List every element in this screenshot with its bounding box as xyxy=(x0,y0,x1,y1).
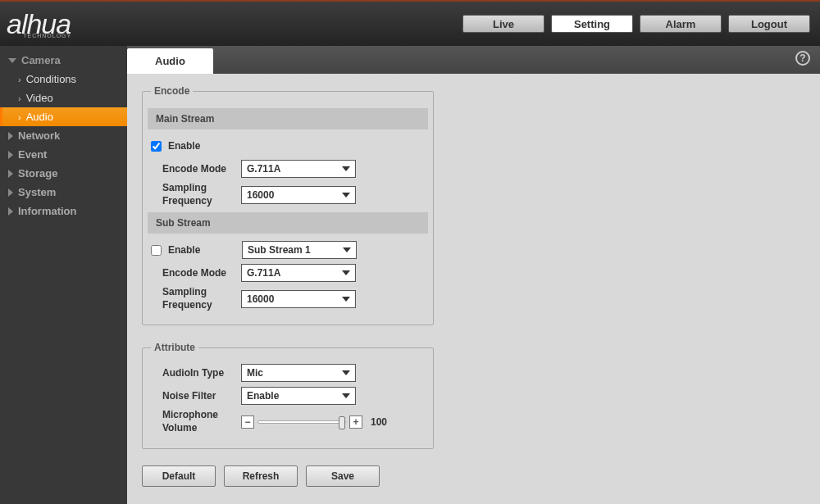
main-stream-header: Main Stream xyxy=(148,108,428,129)
sidebar-item-label: Audio xyxy=(26,111,53,123)
volume-minus-button[interactable]: − xyxy=(241,415,254,429)
sidebar: Camera › Conditions › Video › Audio Netw… xyxy=(0,46,127,504)
dropdown-icon xyxy=(342,297,350,302)
chevron-right-icon: › xyxy=(18,112,21,122)
noise-filter-label: Noise Filter xyxy=(151,390,241,402)
sidebar-group-system[interactable]: System xyxy=(0,183,127,202)
select-value: G.711A xyxy=(247,267,280,279)
sidebar-label-event: Event xyxy=(18,148,47,161)
caret-down-icon xyxy=(8,58,16,63)
dropdown-icon xyxy=(342,270,350,275)
select-value: Mic xyxy=(247,367,263,379)
select-value: Enable xyxy=(247,390,279,402)
sidebar-group-event[interactable]: Event xyxy=(0,145,127,164)
sidebar-label-network: Network xyxy=(18,129,60,142)
sidebar-item-label: Video xyxy=(26,92,53,104)
main-encode-mode-select[interactable]: G.711A xyxy=(241,160,356,178)
brand-sub: TECHNOLOGY xyxy=(23,33,71,39)
select-value: 16000 xyxy=(247,293,274,305)
caret-right-icon xyxy=(8,132,13,140)
sidebar-item-conditions[interactable]: › Conditions xyxy=(0,70,127,89)
help-icon[interactable]: ? xyxy=(795,51,810,66)
audioin-label: AudioIn Type xyxy=(151,367,241,379)
volume-plus-button[interactable]: + xyxy=(349,415,362,429)
top-nav: Live Setting Alarm Logout xyxy=(462,15,810,33)
dropdown-icon xyxy=(342,166,350,171)
sidebar-label-camera: Camera xyxy=(21,54,61,66)
chevron-right-icon: › xyxy=(18,75,21,84)
main-enable-checkbox[interactable] xyxy=(151,141,162,152)
sidebar-item-video[interactable]: › Video xyxy=(0,89,127,107)
sidebar-label-storage: Storage xyxy=(18,167,57,179)
sub-encode-mode-label: Encode Mode xyxy=(151,267,241,279)
chevron-right-icon: › xyxy=(18,93,21,103)
nav-setting[interactable]: Setting xyxy=(551,15,633,33)
sub-enable-checkbox[interactable] xyxy=(151,245,162,256)
sidebar-label-information: Information xyxy=(18,205,77,217)
select-value: G.711A xyxy=(247,163,280,175)
select-value: 16000 xyxy=(247,189,274,201)
refresh-button[interactable]: Refresh xyxy=(224,465,298,487)
caret-right-icon xyxy=(8,170,13,178)
sidebar-group-information[interactable]: Information xyxy=(0,202,127,220)
noise-filter-select[interactable]: Enable xyxy=(241,387,356,405)
attribute-legend: Attribute xyxy=(151,342,198,353)
nav-alarm[interactable]: Alarm xyxy=(640,15,722,33)
dropdown-icon xyxy=(342,393,350,398)
main-sampling-select[interactable]: 16000 xyxy=(241,186,356,204)
volume-value: 100 xyxy=(371,416,387,428)
sub-encode-mode-select[interactable]: G.711A xyxy=(241,264,356,282)
save-button[interactable]: Save xyxy=(306,465,380,487)
sub-stream-header: Sub Stream xyxy=(148,212,428,234)
main-enable-label: Enable xyxy=(168,140,200,152)
sidebar-label-system: System xyxy=(18,186,56,198)
audioin-select[interactable]: Mic xyxy=(241,364,356,382)
nav-live[interactable]: Live xyxy=(462,15,544,33)
attribute-panel: Attribute AudioIn Type Mic Noise Filter … xyxy=(142,342,434,448)
volume-slider-thumb[interactable] xyxy=(339,416,345,429)
sidebar-group-camera[interactable]: Camera xyxy=(0,51,127,70)
sidebar-group-storage[interactable]: Storage xyxy=(0,164,127,183)
sidebar-item-label: Conditions xyxy=(26,73,76,85)
sidebar-group-network[interactable]: Network xyxy=(0,126,127,145)
nav-logout[interactable]: Logout xyxy=(728,15,810,33)
caret-right-icon xyxy=(8,207,13,216)
sub-sampling-label: Sampling Frequency xyxy=(151,286,241,311)
tab-audio[interactable]: Audio xyxy=(127,48,213,74)
top-bar: alhua TECHNOLOGY Live Setting Alarm Logo… xyxy=(0,0,820,46)
caret-right-icon xyxy=(8,188,13,197)
sub-stream-select[interactable]: Sub Stream 1 xyxy=(242,241,357,259)
encode-panel: Encode Main Stream Enable Encode Mode G.… xyxy=(142,85,434,325)
volume-slider[interactable] xyxy=(257,420,346,424)
encode-legend: Encode xyxy=(151,85,193,97)
main-encode-mode-label: Encode Mode xyxy=(151,163,241,175)
mic-volume-label: Microphone Volume xyxy=(151,409,241,434)
default-button[interactable]: Default xyxy=(142,465,216,487)
main-sampling-label: Sampling Frequency xyxy=(151,182,241,207)
sub-enable-label: Enable xyxy=(168,244,242,256)
sidebar-item-audio[interactable]: › Audio xyxy=(0,107,127,126)
dropdown-icon xyxy=(342,370,350,375)
brand-logo: alhua TECHNOLOGY xyxy=(7,8,71,40)
sub-sampling-select[interactable]: 16000 xyxy=(241,290,356,308)
tab-strip: Audio ? xyxy=(127,46,820,74)
content-area: Encode Main Stream Enable Encode Mode G.… xyxy=(127,74,820,504)
dropdown-icon xyxy=(342,193,350,198)
select-value: Sub Stream 1 xyxy=(248,244,311,256)
caret-right-icon xyxy=(8,151,13,159)
action-buttons: Default Refresh Save xyxy=(142,465,805,487)
dropdown-icon xyxy=(343,247,351,252)
